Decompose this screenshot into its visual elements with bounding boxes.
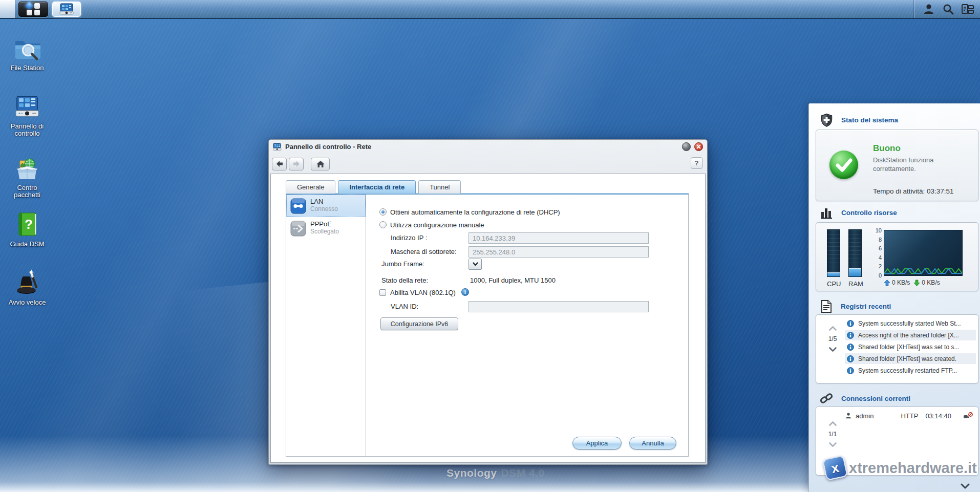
- traffic-y-axis: 10 8 6 4 2 0: [867, 227, 882, 279]
- system-status-header: Stato del sistema: [809, 112, 980, 127]
- system-status-description: DiskStation funziona correttamente.: [873, 156, 960, 173]
- dsm-help-icon: ?: [13, 210, 41, 239]
- traffic-rates: 0 KB/s 0 KB/s: [884, 279, 940, 286]
- tab-interfaccia-di-rete[interactable]: Interfaccia di rete: [338, 180, 416, 194]
- connection-protocol: HTTP: [901, 412, 918, 420]
- info-icon: [847, 355, 854, 362]
- chain-link-icon: [820, 392, 834, 405]
- connection-row[interactable]: admin HTTP 03:14:40: [845, 409, 976, 422]
- pilot-view-button[interactable]: [961, 3, 975, 16]
- y-tick: 6: [879, 245, 882, 251]
- top-taskbar: [0, 0, 980, 19]
- pager-up-icon[interactable]: [829, 326, 837, 331]
- desktop-icon-dsm-help[interactable]: ? Guida DSM: [4, 210, 51, 248]
- pager-down-icon[interactable]: [829, 347, 837, 352]
- desktop-icon-quick-start[interactable]: Avvio veloce: [4, 268, 51, 306]
- disconnect-icon[interactable]: [963, 412, 973, 420]
- ip-address-field[interactable]: [468, 232, 649, 244]
- user-menu-button[interactable]: [922, 3, 936, 16]
- connections-page-number: 1/1: [828, 431, 837, 438]
- network-status-value: 1000, Full duplex, MTU 1500: [470, 276, 556, 284]
- interface-item-lan[interactable]: LAN Connesso: [286, 195, 366, 217]
- vlan-checkbox[interactable]: [379, 289, 386, 296]
- window-title: Pannello di controllo - Rete: [285, 143, 678, 151]
- close-button[interactable]: [694, 142, 703, 151]
- section-title: Connessioni correnti: [841, 395, 910, 402]
- synology-brand-text: Synology: [446, 467, 497, 479]
- manual-radio-label: Utilizza configurazione manuale: [390, 221, 484, 229]
- search-button[interactable]: [941, 3, 955, 16]
- main-menu-button[interactable]: [18, 2, 48, 17]
- cpu-usage-bar: [827, 229, 840, 277]
- pppoe-icon: [290, 221, 306, 237]
- ram-label: RAM: [848, 280, 862, 288]
- y-tick: 4: [879, 254, 882, 261]
- tab-tunnel[interactable]: Tunnel: [418, 180, 461, 194]
- network-interface-panel: LAN Connesso PPPoE Scollegato: [286, 195, 689, 457]
- window-toolbar: [272, 155, 330, 173]
- traffic-graph: [884, 230, 963, 276]
- home-button[interactable]: [311, 158, 330, 170]
- interface-status: Scollegato: [310, 228, 363, 235]
- interface-status: Connesso: [310, 205, 363, 212]
- desktop-icon-package-center[interactable]: Centro pacchetti: [4, 154, 51, 199]
- interface-list: LAN Connesso PPPoE Scollegato: [286, 195, 366, 456]
- desktop-icon-label: Guida DSM: [4, 241, 51, 248]
- log-row[interactable]: System successfully started Web St...: [845, 317, 976, 329]
- user-icon: [923, 3, 935, 15]
- manual-config-radio[interactable]: [379, 221, 387, 228]
- section-title: Controllo risorse: [841, 209, 897, 217]
- logs-pager: 1/5: [822, 326, 843, 352]
- back-button[interactable]: [272, 158, 287, 170]
- apply-button[interactable]: Applica: [572, 437, 622, 450]
- vlan-info-icon[interactable]: i: [461, 288, 469, 296]
- connection-time: 03:14:40: [925, 412, 951, 420]
- connections-header: Connessioni correnti: [809, 391, 980, 406]
- y-tick: 8: [879, 237, 882, 243]
- interface-name: LAN: [310, 198, 363, 205]
- minimize-button[interactable]: [682, 142, 691, 151]
- log-row[interactable]: System successfully restarted FTP...: [845, 365, 976, 376]
- chevron-down-icon: [473, 262, 478, 266]
- info-icon: [847, 344, 854, 351]
- tab-generale[interactable]: Generale: [286, 180, 335, 194]
- log-row[interactable]: Shared folder [XHTest] was created.: [845, 353, 976, 365]
- status-ok-icon: [829, 151, 858, 179]
- desktop-icon-control-panel[interactable]: Pannello di controllo: [4, 92, 51, 137]
- subnet-mask-field[interactable]: [468, 246, 649, 258]
- window-titlebar[interactable]: Pannello di controllo - Rete: [269, 140, 707, 154]
- jumbo-frame-label: Jumbo Frame:: [381, 260, 424, 268]
- shield-icon: [820, 113, 834, 127]
- help-button[interactable]: ?: [691, 157, 702, 169]
- cancel-button[interactable]: Annulla: [629, 437, 676, 450]
- ipv6-config-button[interactable]: Configurazione IPv6: [380, 317, 458, 330]
- sidebar-collapse-button[interactable]: [956, 482, 974, 490]
- resource-monitor-header: Controllo risorse: [809, 205, 980, 220]
- pager-down-icon[interactable]: [829, 442, 837, 447]
- traffic-graph-lines: [884, 230, 962, 275]
- interface-item-pppoe[interactable]: PPPoE Scollegato: [286, 217, 366, 240]
- jumbo-frame-select[interactable]: [468, 259, 482, 270]
- pager-up-icon[interactable]: [829, 421, 837, 426]
- lan-icon: [290, 198, 306, 214]
- bar-chart-icon: [820, 206, 834, 220]
- pilot-view-icon: [961, 3, 974, 15]
- dhcp-radio[interactable]: [379, 208, 387, 216]
- log-row[interactable]: Access right of the shared folder [X...: [845, 329, 976, 341]
- control-panel-mini-icon: [59, 3, 74, 15]
- dhcp-radio-label: Ottieni automaticamente la configurazion…: [390, 208, 560, 216]
- user-icon: [845, 412, 852, 419]
- ram-usage-bar: [848, 229, 862, 277]
- desktop-icon-file-station[interactable]: File Station: [4, 34, 51, 72]
- log-row[interactable]: Shared folder [XHTest] was set to s...: [845, 341, 976, 353]
- download-arrow-icon: [913, 280, 920, 286]
- checkmark-icon: [829, 151, 858, 179]
- cpu-usage-fill: [827, 272, 840, 276]
- forward-button[interactable]: [289, 158, 304, 170]
- xtremehardware-text: xtremehardware.it: [849, 460, 977, 477]
- y-tick: 0: [879, 272, 882, 279]
- search-icon: [942, 3, 954, 15]
- taskbar-item-control-panel[interactable]: [52, 2, 81, 17]
- show-desktop-tab[interactable]: [0, 0, 15, 18]
- vlan-id-field[interactable]: [468, 301, 649, 312]
